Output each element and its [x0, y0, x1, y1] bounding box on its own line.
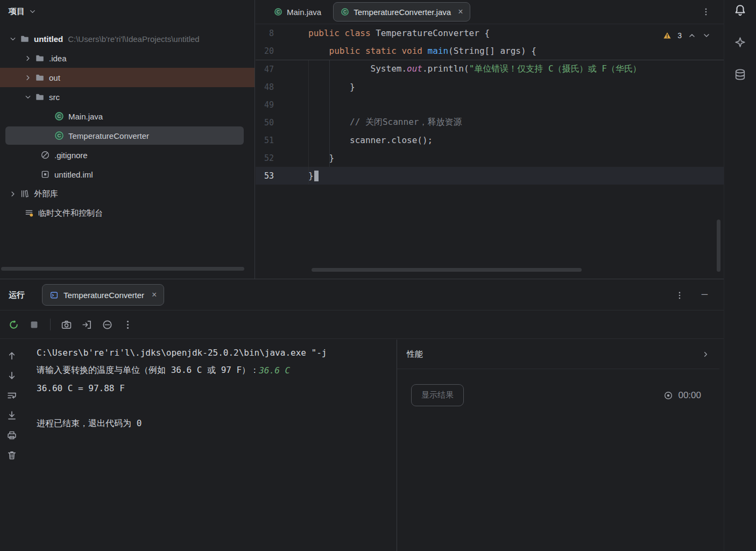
no-entry-button[interactable]	[102, 319, 113, 330]
run-tab[interactable]: TemperatureConverter ×	[42, 284, 164, 306]
scroll-to-end-button[interactable]	[6, 410, 17, 421]
code-line-50[interactable]: 50 // 关闭Scanner，释放资源	[256, 114, 724, 131]
warning-icon	[663, 31, 672, 40]
chevron-down-icon[interactable]	[29, 8, 37, 16]
chevron-up-icon[interactable]	[688, 31, 696, 40]
code-line-53[interactable]: 53}	[256, 167, 724, 185]
tree-item-main-java-file[interactable]: CMain.java	[0, 107, 255, 126]
tree-item-external-libraries[interactable]: 外部库	[0, 184, 255, 203]
indent-guide	[329, 60, 330, 167]
chevron-right-icon[interactable]	[6, 190, 19, 198]
editor-tab-label: TemperatureConverter.java	[354, 8, 451, 17]
console-line: 36.60 C = 97.88 F	[37, 379, 392, 397]
attach-button[interactable]	[81, 319, 93, 330]
tree-item-idea-folder[interactable]: .idea	[0, 48, 255, 68]
svg-text:C: C	[58, 132, 61, 138]
tree-item-src-folder[interactable]: src	[0, 87, 255, 107]
tree-item-scratches-and-consoles[interactable]: 临时文件和控制台	[0, 203, 255, 223]
sticky-lines: 8public class TemperatureConverter {20 p…	[256, 24, 724, 60]
ai-assistant-icon[interactable]	[734, 36, 746, 48]
horizontal-scrollbar[interactable]	[312, 268, 582, 272]
more-options-button[interactable]	[122, 319, 133, 330]
soft-wrap-button[interactable]	[6, 390, 17, 401]
code-lines: 47 System.out.println("单位错误！仅支持 C（摄氏）或 F…	[256, 60, 724, 185]
clear-console-button[interactable]	[6, 450, 17, 461]
line-number: 53	[256, 171, 308, 181]
tree-item-label: untitled.iml	[54, 170, 93, 179]
code-line-20[interactable]: 20 public static void main(String[] args…	[256, 42, 724, 60]
chevron-right-icon[interactable]	[702, 350, 710, 358]
svg-text:C: C	[277, 9, 280, 15]
editor-tab-main-java[interactable]: CMain.java	[266, 2, 329, 22]
console-line: C:\Users\b're'ri'l\.jdks\openjdk-25.0.2\…	[37, 344, 392, 362]
horizontal-scrollbar[interactable]	[1, 267, 244, 271]
run-panel-title[interactable]: 运行	[9, 290, 25, 300]
run-content: C:\Users\b're'ri'l\.jdks\openjdk-25.0.2\…	[0, 340, 724, 551]
tree-item-temperature-converter-file[interactable]: CTemperatureConverter	[0, 126, 255, 145]
line-number: 49	[256, 100, 308, 110]
code-region: 8public class TemperatureConverter {20 p…	[256, 24, 724, 185]
ignored-icon	[40, 150, 51, 160]
inspections-widget[interactable]: 3	[663, 31, 711, 40]
console-line: 请输入要转换的温度与单位（例如 36.6 C 或 97 F）：36.6 C	[37, 362, 392, 379]
project-panel-title[interactable]: 项目	[9, 6, 25, 17]
rerun-button[interactable]	[8, 319, 19, 330]
editor-tab-label: Main.java	[287, 8, 321, 17]
database-icon[interactable]	[734, 68, 746, 81]
performance-header: 性能	[397, 340, 719, 369]
code-line-52[interactable]: 52 }	[256, 149, 724, 167]
libraries-icon	[19, 189, 30, 199]
tree-item-label: Main.java	[68, 112, 103, 121]
more-icon[interactable]	[701, 7, 711, 17]
minimize-icon[interactable]: ─	[702, 289, 708, 299]
code-text: }	[308, 153, 334, 163]
run-toolbar	[0, 310, 724, 339]
chevron-down-icon[interactable]	[22, 93, 34, 101]
close-icon[interactable]: ×	[152, 291, 157, 299]
code-line-48[interactable]: 48 }	[256, 78, 724, 96]
top-area: 项目 untitledC:\Users\b're'ri'l\IdeaProjec…	[0, 0, 724, 279]
code-line-51[interactable]: 51 scanner.close();	[256, 131, 724, 149]
editor-tab-bar: CMain.javaCTemperatureConverter.java×	[256, 0, 724, 24]
chevron-right-icon[interactable]	[22, 54, 34, 62]
code-text: }	[308, 171, 314, 181]
prev-occurrence-button[interactable]	[6, 350, 17, 361]
vertical-scrollbar[interactable]	[717, 220, 720, 272]
more-icon[interactable]	[675, 291, 684, 300]
chevron-down-icon[interactable]	[6, 35, 19, 43]
stop-button[interactable]	[29, 319, 40, 330]
code-text: // 关闭Scanner，释放资源	[308, 117, 462, 128]
ide-window: 项目 untitledC:\Users\b're'ri'l\IdeaProjec…	[0, 0, 756, 551]
iml-icon	[40, 169, 51, 179]
camera-button[interactable]	[61, 319, 72, 330]
svg-text:C: C	[343, 9, 347, 15]
notifications-bell-icon[interactable]	[734, 4, 746, 16]
code-text: public static void main(String[] args) {	[308, 46, 536, 56]
project-root-path: C:\Users\b're'ri'l\IdeaProjects\untitled	[68, 34, 255, 44]
tree-item-label: .idea	[49, 54, 67, 63]
next-occurrence-button[interactable]	[6, 370, 17, 381]
chevron-down-icon[interactable]	[702, 31, 711, 40]
editor-area: CMain.javaCTemperatureConverter.java× 8p…	[256, 0, 724, 279]
editor-tab-temperatureconverter-java[interactable]: CTemperatureConverter.java×	[333, 2, 470, 22]
performance-title: 性能	[407, 349, 423, 359]
tree-item-gitignore-file[interactable]: .gitignore	[0, 145, 255, 165]
chevron-right-icon[interactable]	[22, 74, 34, 82]
line-number: 47	[256, 65, 308, 74]
code-line-8[interactable]: 8public class TemperatureConverter {	[256, 24, 724, 42]
tree-item-out-folder[interactable]: out	[0, 68, 255, 87]
code-line-49[interactable]: 49	[256, 96, 724, 114]
tree-item-label: 临时文件和控制台	[38, 208, 103, 218]
run-tab-label: TemperatureConverter	[63, 291, 144, 300]
performance-body: 显示结果 00:00	[397, 369, 719, 406]
print-button[interactable]	[6, 430, 17, 441]
show-results-button[interactable]: 显示结果	[411, 384, 464, 406]
code-text: }	[308, 82, 355, 92]
tree-item-project-root[interactable]: untitledC:\Users\b're'ri'l\IdeaProjects\…	[0, 29, 255, 48]
console-output[interactable]: C:\Users\b're'ri'l\.jdks\openjdk-25.0.2\…	[37, 344, 392, 551]
close-icon[interactable]: ×	[458, 8, 463, 16]
code-text: System.out.println("单位错误！仅支持 C（摄氏）或 F（华氏…	[308, 63, 641, 75]
performance-panel: 性能 显示结果 00:00	[397, 340, 719, 551]
code-line-47[interactable]: 47 System.out.println("单位错误！仅支持 C（摄氏）或 F…	[256, 60, 724, 78]
tree-item-untitled-iml-file[interactable]: untitled.iml	[0, 165, 255, 184]
